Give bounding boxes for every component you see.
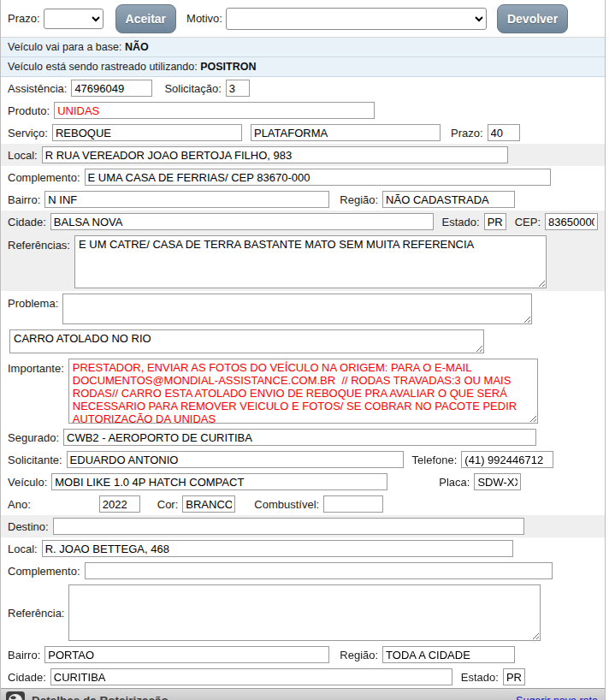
row-veiculo: Veículo: Placa: bbox=[1, 471, 605, 493]
cidade-input[interactable] bbox=[50, 213, 434, 230]
complemento-destino-label: Complemento: bbox=[8, 565, 80, 578]
observacao-textarea[interactable]: CARRO ATOLADO NO RIO bbox=[9, 329, 484, 353]
placa-input[interactable] bbox=[474, 473, 521, 490]
row-referencias: Referências: E UM CATRE/ CASA DE TERRA B… bbox=[1, 233, 605, 291]
referencia-destino-textarea[interactable] bbox=[68, 584, 541, 641]
cidade-label: Cidade: bbox=[8, 216, 46, 228]
estado-destino-label: Estado: bbox=[461, 671, 499, 684]
servico-label: Serviço: bbox=[8, 127, 48, 139]
importante-textarea[interactable]: PRESTADOR, ENVIAR AS FOTOS DO VEÍCULO NA… bbox=[68, 359, 538, 424]
cor-label: Cor: bbox=[157, 498, 179, 511]
local-destino-input[interactable] bbox=[42, 540, 513, 557]
referencias-label: Referências: bbox=[8, 235, 70, 252]
row-servico: Serviço: Prazo: bbox=[1, 122, 605, 144]
suggest-new-route-link[interactable]: Sugerir nova rota bbox=[516, 695, 598, 700]
row-local-origem: Local: bbox=[1, 144, 605, 166]
routing-details-bar: Detalhes da Roteirização Sugerir nova ro… bbox=[1, 688, 605, 700]
bairro-label: Bairro: bbox=[8, 193, 40, 206]
aceitar-button[interactable]: Aceitar bbox=[115, 4, 176, 33]
toolbar: Prazo: Aceitar Motivo: Devolver bbox=[1, 0, 605, 38]
globe-icon bbox=[6, 691, 25, 700]
solicitacao-input[interactable] bbox=[226, 80, 250, 97]
importante-label: Importante: bbox=[8, 359, 64, 375]
row-produto: Produto: bbox=[1, 99, 605, 122]
telefone-label: Telefone: bbox=[412, 454, 458, 466]
estado-input[interactable] bbox=[484, 213, 506, 230]
segurado-label: Segurado: bbox=[8, 431, 59, 444]
routing-details-title: Detalhes da Roteirização bbox=[32, 694, 169, 700]
solicitante-label: Solicitante: bbox=[8, 454, 62, 466]
bairro-input[interactable] bbox=[44, 191, 329, 208]
info-rastreio-value: POSITRON bbox=[200, 61, 256, 73]
regiao-input[interactable] bbox=[382, 191, 515, 208]
info-base-value: NÃO bbox=[125, 41, 149, 53]
problema-textarea[interactable] bbox=[62, 294, 532, 324]
produto-input[interactable] bbox=[54, 102, 375, 119]
row-destino: Destino: bbox=[1, 515, 605, 537]
row-cidade-origem: Cidade: Estado: CEP: bbox=[1, 211, 605, 233]
solicitacao-label: Solicitação: bbox=[164, 82, 221, 95]
complemento-destino-input[interactable] bbox=[85, 562, 553, 579]
bairro-destino-input[interactable] bbox=[44, 646, 329, 663]
info-row-rastreio: Veículo está sendo rastreado utilizando:… bbox=[1, 57, 605, 77]
complemento-label: Complemento: bbox=[8, 171, 80, 184]
referencia-destino-label: Referência: bbox=[8, 584, 64, 620]
row-local-destino: Local: bbox=[1, 537, 605, 560]
prazo-select[interactable] bbox=[44, 9, 103, 29]
estado-label: Estado: bbox=[442, 216, 480, 228]
regiao-label: Região: bbox=[340, 193, 378, 206]
cep-label: CEP: bbox=[515, 216, 541, 228]
estado-destino-input[interactable] bbox=[503, 668, 525, 685]
row-referencia-destino: Referência: bbox=[1, 582, 605, 644]
servico-input[interactable] bbox=[52, 124, 242, 141]
ano-input[interactable] bbox=[99, 495, 140, 513]
placa-label: Placa: bbox=[439, 476, 470, 489]
referencias-textarea[interactable]: E UM CATRE/ CASA DE TERRA BASTANTE MATO … bbox=[74, 235, 547, 288]
veiculo-label: Veículo: bbox=[8, 476, 47, 489]
row-problema: Problema: bbox=[1, 291, 605, 327]
produto-label: Produto: bbox=[8, 104, 50, 117]
row-importante: Importante: PRESTADOR, ENVIAR AS FOTOS D… bbox=[1, 356, 605, 426]
row-segurado: Segurado: bbox=[1, 426, 605, 448]
regiao-destino-label: Região: bbox=[340, 649, 378, 661]
prazo-label: Prazo: bbox=[451, 127, 483, 139]
segurado-input[interactable] bbox=[63, 429, 536, 446]
local-destino-label: Local: bbox=[8, 543, 38, 555]
cidade-destino-label: Cidade: bbox=[8, 671, 46, 684]
assistencia-input[interactable] bbox=[71, 80, 152, 97]
prazo-input[interactable] bbox=[488, 124, 520, 141]
prazo-toolbar-label: Prazo: bbox=[8, 12, 40, 25]
local-input[interactable] bbox=[42, 146, 508, 163]
destino-input[interactable] bbox=[53, 518, 524, 535]
motivo-label: Motivo: bbox=[186, 12, 222, 25]
info-base-prefix: Veículo vai para a base: bbox=[8, 41, 121, 53]
assistance-order-panel: Prazo: Aceitar Motivo: Devolver Veículo … bbox=[0, 0, 606, 700]
problema-label: Problema: bbox=[8, 294, 58, 310]
destino-label: Destino: bbox=[8, 520, 49, 533]
row-complemento-origem: Complemento: bbox=[1, 166, 605, 188]
row-solicitante: Solicitante: Telefone: bbox=[1, 448, 605, 471]
complemento-input[interactable] bbox=[85, 169, 551, 186]
row-cidade-destino: Cidade: Estado: bbox=[1, 666, 605, 688]
cor-input[interactable] bbox=[182, 495, 235, 513]
regiao-destino-input[interactable] bbox=[382, 646, 515, 663]
devolver-button[interactable]: Devolver bbox=[497, 4, 568, 33]
cep-input[interactable] bbox=[545, 213, 598, 230]
bairro-destino-label: Bairro: bbox=[8, 649, 40, 661]
row-complemento-destino: Complemento: bbox=[1, 560, 605, 582]
local-label: Local: bbox=[8, 149, 38, 162]
telefone-input[interactable] bbox=[461, 451, 553, 468]
solicitante-input[interactable] bbox=[67, 451, 404, 468]
motivo-select[interactable] bbox=[226, 8, 487, 30]
assistencia-label: Assistência: bbox=[8, 82, 67, 95]
row-ano-cor: Ano: Cor: Combustível: bbox=[1, 493, 605, 515]
combustivel-input[interactable] bbox=[323, 495, 383, 513]
row-observacao: CARRO ATOLADO NO RIO bbox=[1, 327, 605, 356]
servico-tipo-input[interactable] bbox=[251, 124, 441, 141]
veiculo-input[interactable] bbox=[51, 473, 387, 490]
row-bairro-destino: Bairro: Região: bbox=[1, 644, 605, 666]
cidade-destino-input[interactable] bbox=[50, 668, 452, 685]
info-row-base: Veículo vai para a base: NÃO bbox=[1, 38, 605, 57]
info-rastreio-prefix: Veículo está sendo rastreado utilizando: bbox=[8, 61, 198, 73]
ano-label: Ano: bbox=[8, 498, 31, 511]
